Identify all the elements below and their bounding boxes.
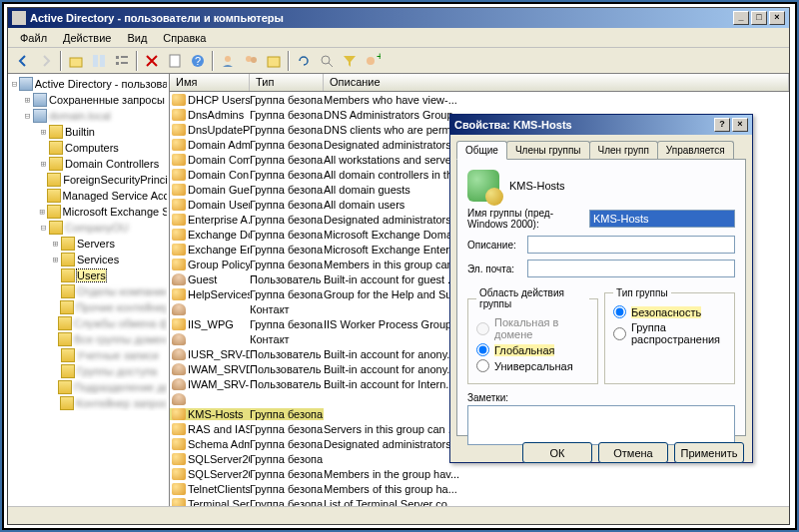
tab-memberof[interactable]: Член групп <box>589 141 658 159</box>
folder-icon <box>49 157 63 171</box>
scope-legend: Область действия группы <box>476 287 589 309</box>
find-button[interactable] <box>316 50 338 72</box>
tree-services[interactable]: Services <box>77 254 119 266</box>
col-type[interactable]: Тип <box>250 74 324 91</box>
folder-icon <box>60 396 74 410</box>
scope-universal-radio[interactable] <box>476 359 489 372</box>
tab-general[interactable]: Общие <box>456 141 507 160</box>
expand-icon[interactable]: ⊟ <box>22 111 33 121</box>
expand-icon[interactable]: ⊞ <box>38 127 49 137</box>
scope-global-radio[interactable] <box>476 343 489 356</box>
filter-button[interactable] <box>339 50 361 72</box>
new-user-button[interactable] <box>217 50 239 72</box>
up-button[interactable] <box>65 50 87 72</box>
user-icon <box>172 333 186 345</box>
expand-icon[interactable]: ⊟ <box>38 223 49 233</box>
group-icon <box>172 214 186 226</box>
col-name[interactable]: Имя <box>170 74 250 91</box>
refresh-button[interactable] <box>293 50 315 72</box>
folder-icon <box>58 380 72 394</box>
list-icon-button[interactable] <box>111 50 133 72</box>
show-hide-button[interactable] <box>88 50 110 72</box>
email-input[interactable] <box>527 260 735 277</box>
tree-computers[interactable]: Computers <box>65 142 119 154</box>
maximize-button[interactable]: □ <box>751 11 767 25</box>
folder-icon <box>33 93 47 107</box>
new-ou-button[interactable] <box>263 50 285 72</box>
notes-textarea[interactable] <box>467 405 735 445</box>
tree-msa[interactable]: Managed Service Accounts <box>63 190 167 202</box>
minimize-button[interactable]: _ <box>733 11 749 25</box>
tree-users[interactable]: Users <box>77 269 106 281</box>
list-row[interactable]: DHCP UsersГруппа безопа...Members who ha… <box>170 92 789 107</box>
tree-panel[interactable]: ⊟Active Directory - пользователи и ⊞Сохр… <box>8 74 170 524</box>
menu-action[interactable]: Действие <box>55 30 119 46</box>
prewin-input[interactable] <box>589 210 735 228</box>
scope-local-label: Покальная в домене <box>494 316 589 340</box>
main-titlebar[interactable]: Active Directory - пользователи и компью… <box>8 8 789 28</box>
help-button[interactable]: ? <box>187 50 209 72</box>
group-icon <box>172 154 186 166</box>
dialog-help-button[interactable]: ? <box>714 118 730 132</box>
prewin-label: Имя группы (пред-Windows 2000): <box>467 208 589 230</box>
list-row[interactable]: TelnetClientsГруппа безопа...Members of … <box>170 481 789 496</box>
svg-point-10 <box>225 56 231 62</box>
tree-saved-queries[interactable]: Сохраненные запросы <box>49 94 165 106</box>
tree-builtin[interactable]: Builtin <box>65 126 95 138</box>
tree-blur[interactable]: Все группы домена Триа <box>74 333 167 345</box>
scope-fieldset: Область действия группы Покальная в доме… <box>467 287 598 384</box>
folder-icon <box>49 221 63 235</box>
tree-blur[interactable]: Учетные записи <box>77 349 159 361</box>
tree-exchange[interactable]: Microsoft Exchange Securit <box>63 206 167 218</box>
expand-icon[interactable]: ⊟ <box>10 79 19 89</box>
tree-blur[interactable]: Отделы компании <box>77 285 167 297</box>
menu-help[interactable]: Справка <box>155 30 214 46</box>
dialog-titlebar[interactable]: Свойства: KMS-Hosts ? × <box>450 115 752 135</box>
ok-button[interactable]: ОК <box>522 442 592 463</box>
scope-global-label[interactable]: Глобальная <box>494 344 554 356</box>
dialog-close-button[interactable]: × <box>732 118 748 132</box>
user-icon <box>172 273 186 285</box>
tree-fsp[interactable]: ForeignSecurityPrincipals <box>63 174 167 186</box>
properties-button[interactable] <box>164 50 186 72</box>
tree-blur[interactable]: Службы обмена файлами <box>74 317 167 329</box>
tree-domain[interactable]: domain.local <box>49 110 111 122</box>
close-button[interactable]: × <box>769 11 785 25</box>
type-dist-radio[interactable] <box>613 327 626 340</box>
expand-icon[interactable]: ⊞ <box>38 207 47 217</box>
expand-icon[interactable]: ⊞ <box>38 159 49 169</box>
delete-button[interactable] <box>141 50 163 72</box>
new-group-button[interactable] <box>240 50 262 72</box>
expand-icon[interactable]: ⊞ <box>50 239 61 249</box>
user-icon <box>172 378 186 390</box>
type-security-radio[interactable] <box>613 305 626 318</box>
desc-input[interactable] <box>527 236 735 254</box>
ad-root-icon <box>19 77 33 91</box>
scope-universal-label[interactable]: Универсальная <box>494 360 573 372</box>
tree-blur[interactable]: Подразделение два отде <box>74 381 167 393</box>
tree-blur[interactable]: Группы доступа <box>77 365 157 377</box>
tree-blur[interactable]: Контейнер запросы <box>76 397 167 409</box>
tab-members[interactable]: Члены группы <box>506 141 590 159</box>
add-to-group-button[interactable]: + <box>362 50 384 72</box>
svg-rect-1 <box>93 55 98 67</box>
group-icon <box>172 199 186 211</box>
tree-blur[interactable]: Прочие контейнеры <box>76 301 167 313</box>
tree-root[interactable]: Active Directory - пользователи и <box>35 78 167 90</box>
col-desc[interactable]: Описание <box>324 74 789 91</box>
expand-icon[interactable]: ⊞ <box>50 255 61 265</box>
tree-servers[interactable]: Servers <box>77 238 115 250</box>
menu-view[interactable]: Вид <box>119 30 155 46</box>
type-security-label[interactable]: Безопасность <box>631 306 701 318</box>
tab-managed[interactable]: Управляется <box>657 141 734 159</box>
group-icon <box>172 438 186 450</box>
back-button[interactable] <box>12 50 34 72</box>
forward-button[interactable] <box>35 50 57 72</box>
menu-file[interactable]: Файл <box>12 30 55 46</box>
apply-button[interactable]: Применить <box>674 442 744 463</box>
expand-icon[interactable]: ⊞ <box>22 95 33 105</box>
tree-company[interactable]: CompanyOU <box>65 222 129 234</box>
type-dist-label[interactable]: Группа распространения <box>631 321 726 345</box>
cancel-button[interactable]: Отмена <box>598 442 668 463</box>
tree-dc[interactable]: Domain Controllers <box>65 158 159 170</box>
